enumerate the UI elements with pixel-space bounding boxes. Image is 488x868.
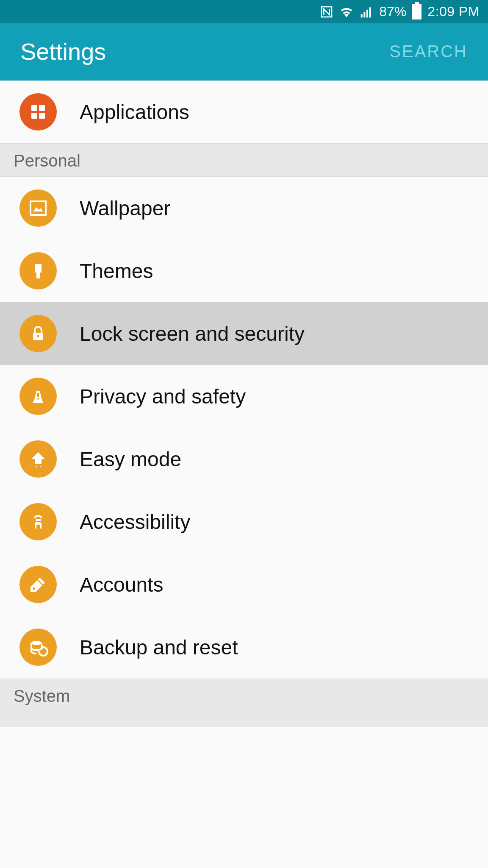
settings-item-backup-reset[interactable]: Backup and reset: [0, 616, 488, 679]
clock: 2:09 PM: [427, 4, 480, 19]
status-bar: 87% 2:09 PM: [0, 0, 488, 23]
nfc-icon: [320, 5, 333, 19]
svg-rect-11: [36, 273, 40, 278]
settings-item-themes[interactable]: Themes: [0, 239, 488, 302]
settings-item-applications[interactable]: Applications: [0, 81, 488, 143]
wallpaper-icon: [19, 189, 57, 227]
settings-item-accounts[interactable]: Accounts: [0, 553, 488, 616]
settings-item-label: Privacy and safety: [80, 385, 246, 408]
svg-rect-2: [364, 12, 366, 17]
search-button[interactable]: SEARCH: [389, 42, 468, 61]
accessibility-icon: [19, 503, 57, 540]
backup-icon: [19, 629, 57, 666]
settings-item-label: Applications: [80, 100, 189, 124]
apps-icon: [19, 93, 57, 131]
signal-icon: [360, 5, 373, 19]
svg-rect-9: [30, 201, 46, 215]
wifi-icon: [339, 5, 354, 19]
battery-icon: [412, 4, 421, 19]
settings-item-wallpaper[interactable]: Wallpaper: [0, 177, 488, 239]
lock-icon: [19, 315, 57, 352]
accounts-icon: [19, 566, 57, 603]
settings-item-label: Backup and reset: [80, 636, 238, 659]
svg-rect-6: [39, 105, 45, 111]
section-header-system: System: [0, 679, 488, 727]
svg-rect-4: [369, 7, 371, 17]
settings-item-label: Easy mode: [80, 448, 181, 471]
svg-rect-10: [35, 264, 42, 273]
svg-point-15: [37, 398, 39, 400]
easy-mode-icon: [19, 440, 57, 478]
svg-point-16: [33, 587, 35, 590]
settings-item-label: Accessibility: [80, 510, 190, 534]
privacy-icon: [19, 378, 57, 415]
svg-rect-1: [361, 14, 363, 17]
settings-item-easy-mode[interactable]: Easy mode: [0, 428, 488, 490]
svg-rect-8: [39, 113, 45, 119]
settings-item-privacy[interactable]: Privacy and safety: [0, 365, 488, 428]
svg-rect-3: [366, 9, 368, 17]
settings-list: Applications Personal Wallpaper Themes L…: [0, 81, 488, 727]
battery-percent: 87%: [379, 4, 406, 19]
settings-item-label: Accounts: [80, 573, 163, 596]
section-header-personal: Personal: [0, 143, 488, 177]
settings-item-lock-security[interactable]: Lock screen and security: [0, 302, 488, 365]
action-bar: Settings SEARCH: [0, 23, 488, 81]
settings-item-label: Wallpaper: [80, 197, 170, 220]
svg-rect-14: [37, 393, 39, 397]
settings-item-label: Lock screen and security: [80, 322, 305, 345]
settings-item-accessibility[interactable]: Accessibility: [0, 490, 488, 553]
svg-point-13: [37, 335, 39, 337]
settings-item-label: Themes: [80, 259, 153, 283]
svg-rect-5: [31, 105, 37, 111]
svg-point-17: [31, 641, 42, 645]
themes-icon: [19, 252, 57, 289]
svg-rect-7: [31, 113, 37, 119]
page-title: Settings: [20, 38, 106, 65]
